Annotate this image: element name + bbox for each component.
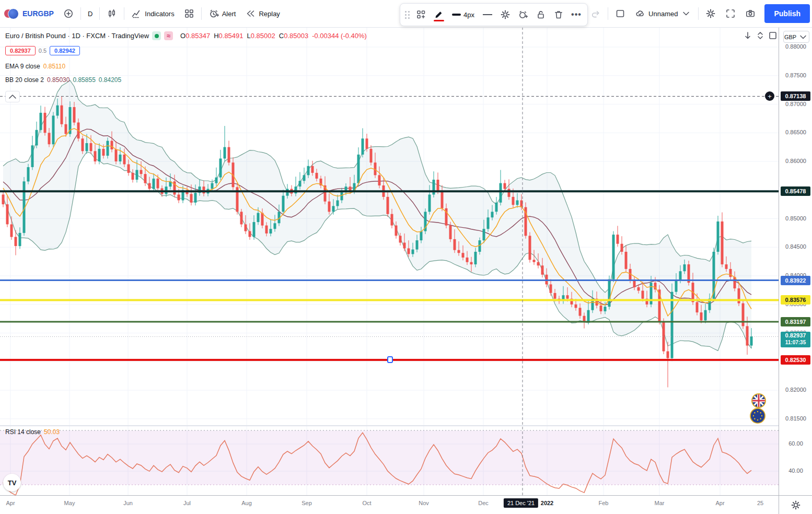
candlestick-icon xyxy=(107,8,117,19)
axis-settings-corner[interactable] xyxy=(779,496,812,514)
chevron-up-icon xyxy=(7,91,18,102)
publish-label: Publish xyxy=(774,9,801,18)
approx-data-icon[interactable]: ≈ xyxy=(164,31,173,40)
tool-settings-button[interactable] xyxy=(496,6,514,24)
gear-icon xyxy=(705,8,716,19)
grid-templates-icon xyxy=(184,8,194,19)
line-style-icon xyxy=(483,14,492,15)
camera-icon xyxy=(745,8,756,19)
gear-icon xyxy=(500,9,511,20)
line-style-button[interactable] xyxy=(479,6,496,24)
line-width-icon xyxy=(452,14,461,16)
publish-button[interactable]: Publish xyxy=(764,4,810,23)
layout-square-icon xyxy=(615,8,625,19)
chevron-down-icon xyxy=(798,32,808,42)
alert-label: Alert xyxy=(222,10,236,18)
indicators-icon xyxy=(131,8,142,19)
currency-selector[interactable]: GBP xyxy=(783,31,809,43)
chart-title[interactable]: Euro / British Pound · 1D · FXCM · Tradi… xyxy=(5,32,149,40)
price-level-label: 0.83576 xyxy=(781,295,810,305)
time-tick: Nov xyxy=(419,500,429,506)
scroll-down-icon[interactable] xyxy=(742,30,753,41)
divider xyxy=(124,7,124,20)
lock-button[interactable] xyxy=(532,6,550,24)
add-alert-plus-icon[interactable]: + xyxy=(765,91,774,101)
price-tick: 0.87500 xyxy=(779,72,812,78)
symbol-logo-icon xyxy=(4,8,17,19)
chart-style-button[interactable] xyxy=(102,5,122,22)
price-tick: 0.84500 xyxy=(779,243,812,250)
time-axis[interactable]: AprMayJunJulAugSepOctNovDec21 Dec '21202… xyxy=(0,495,812,514)
time-tick: Apr xyxy=(715,500,724,506)
indicators-label: Indicators xyxy=(145,10,174,18)
price-chart-canvas[interactable] xyxy=(0,27,779,495)
time-tick: Mar xyxy=(655,500,665,506)
ohlc-values: O0.85347 H0.85491 L0.85002 C0.85003 -0.0… xyxy=(180,32,367,40)
replay-label: Replay xyxy=(259,10,280,18)
ema-value: 0.85110 xyxy=(43,63,66,70)
add-layout-button[interactable] xyxy=(412,6,430,24)
grid-plus-icon xyxy=(416,9,426,20)
time-tick: Oct xyxy=(362,500,371,506)
snapshot-button[interactable] xyxy=(740,5,760,22)
fullscreen-icon xyxy=(725,8,736,19)
save-layout-button[interactable]: Unnamed xyxy=(630,5,696,22)
time-tick: Dec xyxy=(478,500,489,506)
rsi-legend[interactable]: RSI 14 close50.03 xyxy=(5,428,60,436)
more-button[interactable]: ••• xyxy=(567,6,585,24)
rsi-value: 50.03 xyxy=(44,428,60,436)
collapse-pane-icon[interactable] xyxy=(755,30,766,41)
market-status-icon[interactable] xyxy=(152,31,161,40)
indicator-templates-button[interactable] xyxy=(179,5,199,22)
price-tick: 0.86000 xyxy=(779,158,812,164)
divider xyxy=(201,7,202,20)
chart-settings-button[interactable] xyxy=(701,5,721,22)
price-level-label: 0.87138 xyxy=(781,91,810,101)
pencil-icon xyxy=(434,9,444,20)
replay-button[interactable]: Replay xyxy=(240,5,284,22)
ema-legend[interactable]: EMA 9 close0.85110 xyxy=(5,63,65,70)
drawing-tool-button[interactable] xyxy=(430,6,448,24)
buy-button[interactable]: 0.82942 xyxy=(50,46,80,55)
indicators-button[interactable]: Indicators xyxy=(126,5,179,22)
time-tick: May xyxy=(64,500,75,506)
line-width-button[interactable]: 4px xyxy=(448,6,479,24)
time-tick: Aug xyxy=(241,500,252,506)
time-tick: Apr xyxy=(6,500,15,506)
alert-button[interactable]: Alert xyxy=(204,5,241,22)
drag-handle-icon[interactable] xyxy=(402,11,412,19)
maximize-pane-icon[interactable] xyxy=(767,30,779,41)
bb-legend[interactable]: BB 20 close 2 0.85030 0.85855 0.84205 xyxy=(5,76,121,84)
chart-pane[interactable]: Euro / British Pound · 1D · FXCM · Tradi… xyxy=(0,27,779,495)
divider xyxy=(698,7,699,20)
interval-label: D xyxy=(88,10,92,18)
plus-circle-icon xyxy=(63,8,74,19)
layout-button[interactable] xyxy=(610,5,630,22)
fullscreen-button[interactable] xyxy=(721,5,740,22)
tradingview-watermark-logo: TV xyxy=(3,474,21,492)
trade-buttons: 0.82937 0.5 0.82942 xyxy=(5,46,80,55)
price-level-label: 0.83922 xyxy=(781,276,810,285)
drawing-toolbar: 4px ••• xyxy=(400,3,588,26)
interval-button[interactable]: D xyxy=(83,5,97,22)
bb-lower-value: 0.84205 xyxy=(99,76,121,84)
price-level-label: 0.85478 xyxy=(781,186,810,196)
collapse-level-button[interactable] xyxy=(5,91,20,102)
price-tick: 0.85000 xyxy=(779,215,812,221)
redo-button[interactable] xyxy=(586,5,606,22)
rsi-tick: 40.00 xyxy=(779,468,812,474)
symbol-button[interactable]: EURGBP xyxy=(18,5,59,22)
layout-name-label: Unnamed xyxy=(648,10,678,18)
price-axis[interactable]: GBP 0.880000.875000.870000.865000.860000… xyxy=(779,27,812,495)
red-line-drag-handle[interactable] xyxy=(387,356,393,363)
symbol-add-button[interactable] xyxy=(59,5,78,22)
divider xyxy=(99,7,100,20)
chart-legend: Euro / British Pound · 1D · FXCM · Tradi… xyxy=(5,31,367,40)
redo-icon xyxy=(590,8,601,19)
pane-controls xyxy=(742,30,779,41)
add-alert-button[interactable] xyxy=(514,6,532,24)
sell-button[interactable]: 0.82937 xyxy=(5,46,36,55)
delete-button[interactable] xyxy=(550,6,567,24)
time-tick: Jun xyxy=(123,500,133,506)
time-tick: Sep xyxy=(301,500,312,506)
